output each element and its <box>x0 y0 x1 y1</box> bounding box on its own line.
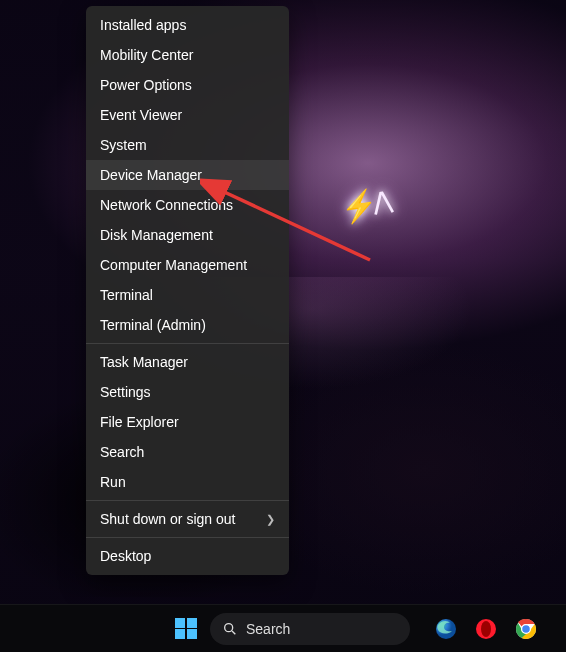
menu-item-label: Installed apps <box>100 17 186 33</box>
menu-item-label: Desktop <box>100 548 151 564</box>
taskbar-app-opera[interactable] <box>470 613 502 645</box>
menu-item-label: Settings <box>100 384 151 400</box>
svg-line-3 <box>232 631 235 634</box>
taskbar-app-chrome[interactable] <box>510 613 542 645</box>
menu-item-label: Mobility Center <box>100 47 193 63</box>
menu-item-label: System <box>100 137 147 153</box>
menu-item-label: Terminal (Admin) <box>100 317 206 333</box>
taskbar: Search <box>0 604 566 652</box>
menu-item-label: Power Options <box>100 77 192 93</box>
menu-item-label: Terminal <box>100 287 153 303</box>
chevron-right-icon: ❯ <box>266 513 275 526</box>
menu-item-computer-management[interactable]: Computer Management <box>86 250 289 280</box>
menu-item-event-viewer[interactable]: Event Viewer <box>86 100 289 130</box>
menu-item-settings[interactable]: Settings <box>86 377 289 407</box>
menu-item-label: Run <box>100 474 126 490</box>
winx-context-menu: Installed apps Mobility Center Power Opt… <box>86 6 289 575</box>
menu-item-label: Disk Management <box>100 227 213 243</box>
windows-logo-icon <box>175 618 197 640</box>
menu-item-label: Device Manager <box>100 167 202 183</box>
menu-item-label: Event Viewer <box>100 107 182 123</box>
menu-item-label: Shut down or sign out <box>100 511 235 527</box>
menu-divider <box>86 500 289 501</box>
menu-item-device-manager[interactable]: Device Manager <box>86 160 289 190</box>
menu-item-label: Task Manager <box>100 354 188 370</box>
menu-item-desktop[interactable]: Desktop <box>86 541 289 571</box>
start-button[interactable] <box>170 613 202 645</box>
menu-item-power-options[interactable]: Power Options <box>86 70 289 100</box>
menu-item-installed-apps[interactable]: Installed apps <box>86 10 289 40</box>
menu-item-disk-management[interactable]: Disk Management <box>86 220 289 250</box>
menu-item-label: Computer Management <box>100 257 247 273</box>
menu-divider <box>86 537 289 538</box>
svg-point-2 <box>225 623 233 631</box>
menu-divider <box>86 343 289 344</box>
wallpaper-lightning: ⚡𐌡 <box>338 185 392 227</box>
taskbar-app-edge[interactable] <box>430 613 462 645</box>
menu-item-terminal-admin[interactable]: Terminal (Admin) <box>86 310 289 340</box>
taskbar-search[interactable]: Search <box>210 613 410 645</box>
search-icon <box>222 621 238 637</box>
menu-item-run[interactable]: Run <box>86 467 289 497</box>
menu-item-label: Search <box>100 444 144 460</box>
search-placeholder: Search <box>246 621 290 637</box>
menu-item-label: File Explorer <box>100 414 179 430</box>
menu-item-terminal[interactable]: Terminal <box>86 280 289 310</box>
menu-item-shutdown-signout[interactable]: Shut down or sign out ❯ <box>86 504 289 534</box>
menu-item-task-manager[interactable]: Task Manager <box>86 347 289 377</box>
menu-item-search[interactable]: Search <box>86 437 289 467</box>
menu-item-label: Network Connections <box>100 197 233 213</box>
menu-item-system[interactable]: System <box>86 130 289 160</box>
menu-item-mobility-center[interactable]: Mobility Center <box>86 40 289 70</box>
menu-item-network-connections[interactable]: Network Connections <box>86 190 289 220</box>
menu-item-file-explorer[interactable]: File Explorer <box>86 407 289 437</box>
